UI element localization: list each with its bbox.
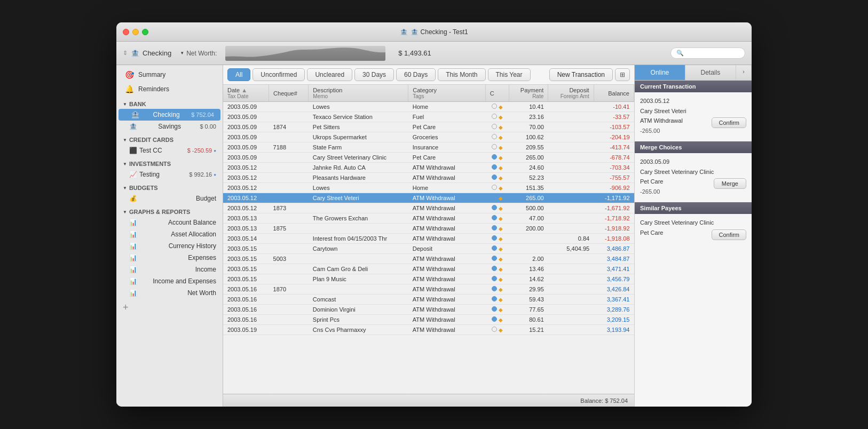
sidebar-item-expenses[interactable]: 📊 Expenses <box>116 252 223 264</box>
table-row[interactable]: 2003.05.12 Lowes Home ◆ 151.35 -906.92 <box>223 183 634 193</box>
similar-payees-header: Similar Payees <box>635 202 752 214</box>
table-row[interactable]: 2003.05.16 Sprint Pcs ATM Withdrawal ◆ 8… <box>223 315 634 325</box>
sidebar-item-reminders[interactable]: 🔔 Reminders <box>119 82 220 96</box>
income-expenses-icon: 📊 <box>129 277 137 285</box>
tab-unconfirmed[interactable]: Unconfirmed <box>252 68 305 81</box>
cell-date: 2003.05.16 <box>223 315 269 325</box>
savings-icon: 🏦 <box>129 123 137 130</box>
sidebar-item-net-worth[interactable]: 📊 Net Worth <box>116 287 223 299</box>
sidebar-item-currency-history[interactable]: 📊 Currency History <box>116 240 223 252</box>
diamond-icon: ◆ <box>499 317 503 323</box>
cell-cleared: ◆ <box>485 254 509 264</box>
table-row[interactable]: 2003.05.14 Interest from 04/15/2003 Thr … <box>223 234 634 244</box>
table-row[interactable]: 2003.05.15 Plan 9 Music ATM Withdrawal ◆… <box>223 274 634 284</box>
similar-payees-content: Cary Street Veterinary Clinic Pet Care C… <box>635 214 752 244</box>
tab-this-month[interactable]: This Month <box>438 68 485 81</box>
bud-triangle-icon: ▼ <box>123 186 127 190</box>
search-input[interactable] <box>686 50 740 57</box>
table-row[interactable]: 2003.05.09 Cary Street Veterinary Clinic… <box>223 153 634 163</box>
sidebar-item-account-balance[interactable]: 📊 Account Balance <box>116 217 223 228</box>
expand-columns-button[interactable]: ⊞ <box>615 68 630 81</box>
account-selector[interactable]: ⇕ 🏦 Checking <box>123 49 171 57</box>
diamond-icon: ◆ <box>499 155 503 161</box>
cleared-filled-icon <box>492 154 497 160</box>
diamond-icon: ◆ <box>499 216 503 221</box>
confirm-button-2[interactable]: Confirm <box>712 229 746 240</box>
add-account-button[interactable]: + <box>116 299 223 316</box>
sidebar-account-checking[interactable]: 🏦 Checking $ 752.04 <box>119 109 220 121</box>
tab-30days[interactable]: 30 Days <box>354 68 394 81</box>
search-box[interactable]: 🔍 <box>670 47 745 59</box>
cell-cleared: ◆ <box>485 274 509 284</box>
table-row[interactable]: 2003.05.12 Cary Street Veteri ATM Withdr… <box>223 193 634 203</box>
cell-payment <box>509 244 548 254</box>
tax-date-subheader: Tax Date <box>227 93 264 99</box>
sidebar-account-savings[interactable]: 🏦 Savings $ 0.00 <box>116 121 223 132</box>
tab-this-year[interactable]: This Year <box>488 68 531 81</box>
cell-payment: 100.62 <box>509 132 548 142</box>
new-transaction-button[interactable]: New Transaction <box>549 68 613 81</box>
cell-date: 2003.05.15 <box>223 254 269 264</box>
diamond-icon: ◆ <box>499 185 503 191</box>
sidebar-item-income[interactable]: 📊 Income <box>116 264 223 275</box>
table-row[interactable]: 2003.05.16 Comcast ATM Withdrawal ◆ 59.4… <box>223 295 634 305</box>
rep-triangle-icon: ▼ <box>123 210 127 215</box>
close-button[interactable] <box>123 29 129 35</box>
panel-tab-online[interactable]: Online <box>635 65 685 80</box>
cell-cleared: ◆ <box>485 142 509 153</box>
cleared-filled-icon <box>492 286 497 291</box>
tab-60days[interactable]: 60 Days <box>396 68 436 81</box>
date-header: Date ▲ Tax Date <box>223 85 269 102</box>
account-arrows-icon: ⇕ <box>123 50 128 57</box>
sidebar-account-testcc[interactable]: ⬛ Test CC $ -250.59 ● <box>116 145 223 156</box>
table-row[interactable]: 2003.05.09 Ukrops Supermarket Groceries … <box>223 132 634 142</box>
table-row[interactable]: 2003.05.15 5003 ATM Withdrawal ◆ 2.00 3,… <box>223 254 634 264</box>
cell-desc: Lowes <box>309 183 408 193</box>
merge-button[interactable]: Merge <box>714 178 746 189</box>
merge-choices-header: Merge Choices <box>635 141 752 153</box>
maximize-button[interactable] <box>142 29 148 35</box>
tab-bar: All Unconfirmed Uncleared 30 Days 60 Day… <box>223 65 634 85</box>
sidebar-account-budget[interactable]: 💰 Budget <box>116 193 223 204</box>
table-row[interactable]: 2003.05.16 Dominion Virgini ATM Withdraw… <box>223 305 634 315</box>
cell-cheque: 1870 <box>269 284 309 295</box>
table-row[interactable]: 2003.05.12 1873 ATM Withdrawal ◆ 500.00 … <box>223 203 634 213</box>
table-row[interactable]: 2003.05.12 Jahnke Rd. Auto CA ATM Withdr… <box>223 163 634 173</box>
panel-tab-details[interactable]: Details <box>685 65 736 80</box>
table-row[interactable]: 2003.05.19 Cns Cvs Pharmaxxy ATM Withdra… <box>223 325 634 335</box>
table-row[interactable]: 2003.05.09 1874 Pet Sitters Pet Care ◆ 7… <box>223 122 634 132</box>
table-row[interactable]: 2003.05.13 The Growers Exchan ATM Withdr… <box>223 213 634 224</box>
minimize-button[interactable] <box>132 29 139 35</box>
main-content: 🎯 Summary 🔔 Reminders ▼ BANK 🏦 Checking … <box>116 65 752 407</box>
tab-all[interactable]: All <box>227 68 250 81</box>
table-row[interactable]: 2003.05.15 Cam Cam Gro & Deli ATM Withdr… <box>223 264 634 274</box>
testing-amount: $ 992.16 <box>189 171 212 178</box>
cell-deposit <box>548 122 594 132</box>
table-row[interactable]: 2003.05.12 Pleasants Hardware ATM Withdr… <box>223 173 634 183</box>
cell-deposit <box>548 193 594 203</box>
cleared-empty-icon <box>492 144 497 149</box>
cell-category: ATM Withdrawal <box>408 325 486 335</box>
table-row[interactable]: 2003.05.13 1875 ATM Withdrawal ◆ 200.00 … <box>223 224 634 234</box>
budget-icon: 💰 <box>129 195 137 202</box>
sidebar-item-asset-allocation[interactable]: 📊 Asset Allocation <box>116 228 223 240</box>
table-row[interactable]: 2003.05.09 Lowes Home ◆ 10.41 -10.41 <box>223 102 634 112</box>
diamond-icon: ◆ <box>499 205 503 211</box>
sidebar-account-testing[interactable]: 📈 Testing $ 992.16 ● <box>116 169 223 180</box>
cell-deposit <box>548 153 594 163</box>
sidebar-item-income-expenses[interactable]: 📊 Income and Expenses <box>116 275 223 287</box>
balance-label: Balance: $ 752.04 <box>580 398 628 404</box>
sidebar-item-summary[interactable]: 🎯 Summary <box>119 68 220 82</box>
cell-cheque: 1873 <box>269 203 309 213</box>
cell-balance: 3,486.87 <box>594 244 634 254</box>
cell-date: 2003.05.16 <box>223 284 269 295</box>
confirm-button-1[interactable]: Confirm <box>712 117 746 128</box>
table-row[interactable]: 2003.05.09 7188 State Farm Insurance ◆ 2… <box>223 142 634 153</box>
summary-icon: 🎯 <box>125 70 134 79</box>
table-row[interactable]: 2003.05.15 Carytown Deposit ◆ 5,404.95 3… <box>223 244 634 254</box>
tab-uncleared[interactable]: Uncleared <box>307 68 352 81</box>
table-row[interactable]: 2003.05.16 1870 ATM Withdrawal ◆ 29.95 3… <box>223 284 634 295</box>
cell-payment: 2.00 <box>509 254 548 264</box>
table-row[interactable]: 2003.05.09 Texaco Service Station Fuel ◆… <box>223 112 634 122</box>
panel-tab-arrow[interactable]: › <box>736 65 752 80</box>
